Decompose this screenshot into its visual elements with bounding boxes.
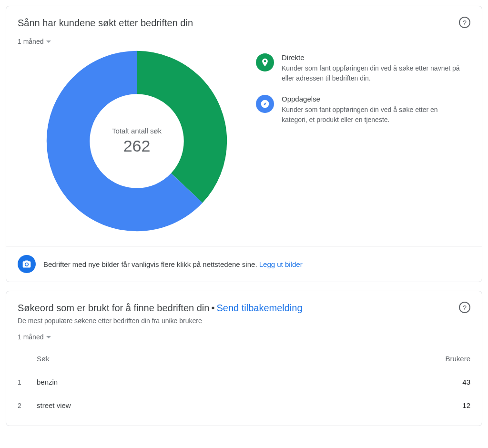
- row-users: 12: [427, 401, 470, 409]
- donut-center: Totalt antall søk 262: [112, 127, 162, 155]
- footer-text-wrap: Bedrifter med nye bilder får vanligvis f…: [43, 260, 303, 268]
- camera-icon: [18, 255, 36, 273]
- chart-legend: Direkte Kunder som fant oppføringen din …: [256, 51, 463, 232]
- help-icon[interactable]: ?: [459, 17, 470, 28]
- table-header: Søk Brukere: [18, 347, 470, 370]
- period-label: 1 måned: [18, 38, 43, 45]
- row-term: benzin: [37, 378, 427, 386]
- card-footer: Bedrifter med nye bilder får vanligvis f…: [6, 246, 482, 282]
- send-feedback-link[interactable]: Send tilbakemelding: [216, 302, 302, 314]
- donut-center-value: 262: [112, 137, 162, 155]
- chevron-down-icon: [46, 336, 51, 338]
- card-header: Sånn har kundene søkt etter bedriften di…: [6, 6, 482, 29]
- card-title: Søkeord som er brukt for å finne bedrift…: [18, 302, 209, 314]
- legend-title: Direkte: [282, 53, 463, 61]
- legend-desc: Kunder som fant oppføringen din ved å sø…: [282, 105, 463, 125]
- chevron-down-icon: [46, 41, 51, 43]
- search-method-card: Sånn har kundene søkt etter bedriften di…: [6, 6, 482, 282]
- chart-area: Totalt antall søk 262 Direkte Kunder som…: [6, 46, 482, 246]
- card-header: Søkeord som er brukt for å finne bedrift…: [6, 291, 482, 325]
- search-queries-card: Søkeord som er brukt for å finne bedrift…: [6, 291, 482, 426]
- legend-item-discovery: Oppdagelse Kunder som fant oppføringen d…: [256, 95, 463, 125]
- queries-table: Søk Brukere 1 benzin 43 2 street view 12: [6, 341, 482, 426]
- legend-item-direct: Direkte Kunder som fant oppføringen din …: [256, 53, 463, 83]
- card-title: Sånn har kundene søkt etter bedriften di…: [18, 17, 193, 29]
- upload-photos-link[interactable]: Legg ut bilder: [259, 260, 303, 268]
- table-row: 1 benzin 43: [18, 370, 470, 394]
- period-label: 1 måned: [18, 333, 43, 341]
- legend-desc: Kunder som fant oppføringen din ved å sø…: [282, 63, 463, 83]
- donut-center-label: Totalt antall søk: [112, 127, 162, 135]
- col-users-header: Brukere: [427, 355, 470, 363]
- col-term-header: Søk: [37, 355, 427, 363]
- donut-chart: Totalt antall søk 262: [46, 51, 227, 232]
- row-users: 43: [427, 378, 470, 386]
- period-selector[interactable]: 1 måned: [6, 29, 62, 45]
- pin-icon: [256, 53, 274, 71]
- card-subtitle: De mest populære søkene etter bedriften …: [18, 317, 303, 325]
- table-row: 2 street view 12: [18, 394, 470, 417]
- help-icon[interactable]: ?: [459, 302, 470, 313]
- dot-separator: •: [211, 302, 214, 314]
- footer-text: Bedrifter med nye bilder får vanligvis f…: [43, 260, 257, 268]
- row-index: 1: [18, 378, 37, 386]
- row-index: 2: [18, 402, 37, 409]
- compass-icon: [256, 95, 274, 113]
- period-selector[interactable]: 1 måned: [6, 325, 62, 341]
- row-term: street view: [37, 401, 427, 409]
- legend-title: Oppdagelse: [282, 95, 463, 103]
